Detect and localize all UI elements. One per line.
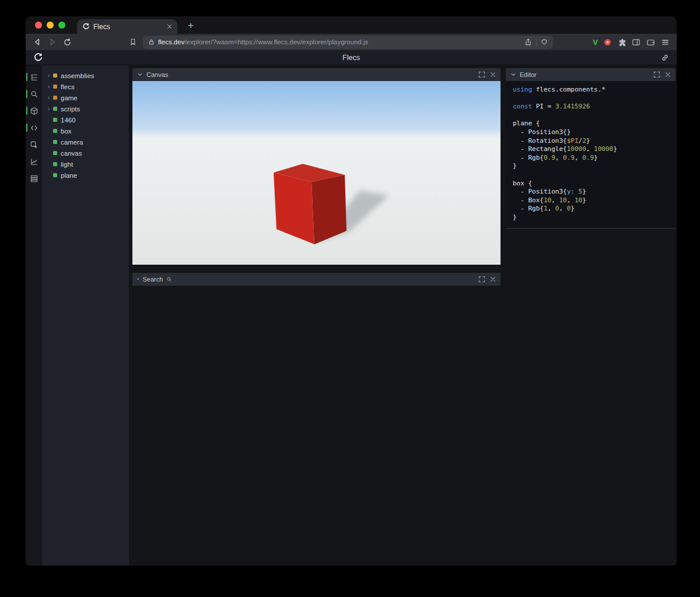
fullscreen-icon[interactable] — [478, 71, 485, 78]
entity-color-square — [53, 96, 57, 100]
code-icon[interactable] — [26, 121, 42, 135]
tree-item-assemblies[interactable]: ›assemblies — [42, 70, 129, 81]
flecs-logo-icon[interactable] — [33, 52, 43, 62]
tree-item-box[interactable]: box — [42, 125, 129, 136]
chevron-right-icon[interactable]: › — [48, 84, 53, 90]
tree-item-canvas[interactable]: canvas — [42, 148, 129, 159]
hierarchy-icon[interactable] — [26, 70, 42, 85]
app-body: ›assemblies›flecs›game›scripts1460boxcam… — [26, 65, 677, 566]
code-line: const PI = 3.1415926 — [513, 103, 676, 111]
editor-panel-header[interactable]: Editor — [506, 68, 676, 81]
search-icon[interactable] — [26, 87, 42, 101]
entity-color-square — [53, 118, 57, 122]
extensions-puzzle-icon[interactable] — [617, 38, 626, 47]
red-extension-button[interactable] — [604, 38, 611, 46]
flecs-favicon-icon — [82, 23, 90, 30]
canvas-panel-header[interactable]: Canvas — [132, 68, 501, 81]
menu-button[interactable] — [661, 38, 670, 47]
chevron-down-icon[interactable] — [510, 72, 516, 78]
editor-panel-title: Editor — [520, 71, 537, 78]
editor-panel: Editor using flecs.components.* const PI… — [506, 68, 676, 229]
tree-item-label: flecs — [61, 83, 75, 90]
fullscreen-icon[interactable] — [478, 276, 485, 283]
permalink-icon[interactable] — [661, 54, 669, 62]
tree-item-game[interactable]: ›game — [42, 92, 129, 103]
entity-color-square — [53, 73, 57, 78]
divider — [536, 38, 537, 46]
tree-item-1460[interactable]: 1460 — [42, 114, 129, 125]
code-line: } — [513, 213, 676, 222]
reload-button[interactable] — [63, 38, 72, 47]
chevron-right-icon[interactable]: › — [48, 73, 53, 79]
canvas-panel: Canvas — [132, 68, 501, 265]
close-tab-icon[interactable] — [167, 24, 172, 29]
entity-color-square — [53, 107, 57, 111]
browser-toolbar: flecs.dev/explorer/?wasm=https://www.fle… — [26, 34, 677, 50]
entity-color-square — [53, 140, 57, 144]
chevron-right-icon[interactable]: › — [48, 95, 53, 101]
code-line: - Position3{} — [513, 128, 676, 137]
code-line: - Position3{y: 5} — [513, 188, 676, 196]
entity-color-square — [53, 129, 57, 133]
code-editor[interactable]: using flecs.components.* const PI = 3.14… — [506, 81, 676, 229]
browser-window: Flecs + — [26, 16, 677, 566]
url-path: /explorer/?wasm=https://www.flecs.dev/ex… — [184, 38, 368, 45]
code-line: - Rgb{1, 0, 0} — [513, 205, 676, 213]
rows-icon[interactable] — [26, 171, 42, 186]
tree-item-camera[interactable]: camera — [42, 136, 129, 148]
canvas-panel-title: Canvas — [146, 71, 168, 78]
tree-item-label: assemblies — [61, 72, 94, 79]
tree-item-scripts[interactable]: ›scripts — [42, 103, 129, 114]
brave-shield-icon[interactable] — [541, 38, 548, 46]
url-text: flecs.dev/explorer/?wasm=https://www.fle… — [158, 38, 520, 45]
bookmark-icon[interactable] — [129, 38, 137, 46]
inspect-icon[interactable] — [26, 138, 42, 152]
tree-item-label: canvas — [61, 150, 82, 157]
chevron-right-icon[interactable]: › — [48, 106, 53, 112]
bullet-icon[interactable]: • — [137, 276, 139, 282]
page-title: Flecs — [26, 54, 677, 62]
close-icon[interactable] — [490, 276, 496, 282]
new-tab-button[interactable]: + — [184, 20, 197, 30]
tab-title: Flecs — [93, 23, 110, 31]
tree-item-label: scripts — [61, 106, 80, 113]
fullscreen-icon[interactable] — [653, 71, 660, 78]
browser-tab[interactable]: Flecs — [77, 19, 177, 34]
code-line: box { — [513, 180, 676, 188]
url-bar[interactable]: flecs.dev/explorer/?wasm=https://www.fle… — [143, 36, 553, 49]
code-line — [513, 94, 676, 103]
zoom-window-button[interactable] — [58, 22, 65, 29]
tree-item-label: 1460 — [61, 117, 76, 124]
entity-color-square — [53, 162, 57, 166]
entity-color-square — [53, 151, 57, 155]
close-icon[interactable] — [490, 72, 496, 78]
code-line — [513, 171, 676, 180]
chart-icon[interactable] — [26, 154, 42, 169]
sidebar-toggle-button[interactable] — [632, 38, 640, 47]
tree-item-plane[interactable]: plane — [42, 170, 129, 181]
url-domain: flecs.dev — [158, 38, 184, 45]
screen: Flecs + — [0, 0, 700, 597]
tree-item-label: box — [61, 128, 72, 135]
search-panel-header[interactable]: • Search — [132, 273, 501, 286]
wallet-button[interactable] — [646, 38, 655, 47]
3d-viewport[interactable] — [132, 81, 501, 265]
code-line: - Rotation3{$PI/2} — [513, 137, 676, 146]
close-window-button[interactable] — [35, 22, 42, 29]
extensions-area: V — [593, 38, 670, 47]
icon-rail — [26, 65, 42, 566]
back-button[interactable] — [33, 37, 42, 47]
chevron-down-icon[interactable] — [137, 72, 143, 78]
forward-button[interactable] — [48, 37, 57, 47]
tree-panel: ›assemblies›flecs›game›scripts1460boxcam… — [42, 65, 129, 566]
vimium-extension-button[interactable]: V — [593, 38, 598, 47]
share-icon[interactable] — [524, 38, 532, 46]
search-panel: • Search — [132, 273, 501, 286]
tree-item-light[interactable]: light — [42, 159, 129, 170]
tree-item-label: camera — [61, 139, 83, 146]
tree-item-flecs[interactable]: ›flecs — [42, 81, 129, 92]
close-icon[interactable] — [665, 72, 671, 78]
code-line: } — [513, 162, 676, 171]
minimize-window-button[interactable] — [47, 22, 54, 29]
package-icon[interactable] — [26, 104, 42, 118]
